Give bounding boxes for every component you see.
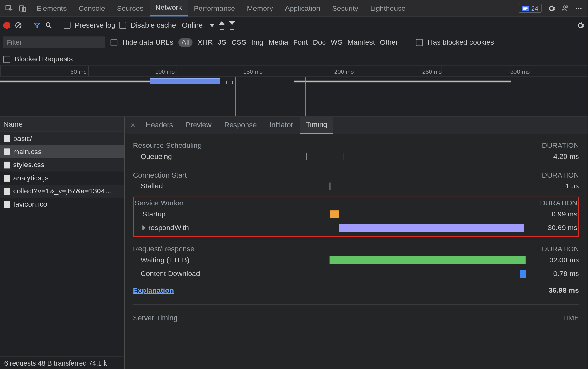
inspect-icon[interactable]	[5, 4, 13, 12]
tab-performance[interactable]: Performance	[188, 0, 241, 16]
svg-point-6	[576, 8, 577, 9]
tab-console[interactable]: Console	[73, 0, 111, 16]
detail-tab-response[interactable]: Response	[218, 117, 263, 134]
timing-row-startup: Startup 0.99 ms	[135, 208, 577, 221]
request-name: styles.css	[13, 161, 45, 169]
request-row[interactable]: styles.css	[0, 158, 124, 172]
total-duration: 36.98 ms	[548, 286, 579, 295]
tab-elements[interactable]: Elements	[31, 0, 73, 16]
filter-type-all[interactable]: All	[178, 38, 192, 47]
filter-type-ws[interactable]: WS	[331, 38, 342, 47]
tab-memory[interactable]: Memory	[241, 0, 279, 16]
detail-tab-timing[interactable]: Timing	[300, 117, 333, 134]
detail-tabstrip: × Headers Preview Response Initiator Tim…	[125, 117, 588, 134]
filter-icon[interactable]	[33, 22, 41, 29]
clear-icon[interactable]	[15, 22, 22, 29]
network-settings-icon[interactable]	[577, 22, 584, 29]
tick-label: 250 ms	[422, 68, 442, 75]
expand-icon[interactable]	[142, 225, 146, 230]
timing-row-respondwith[interactable]: respondWith 30.69 ms	[135, 221, 577, 235]
stalled-label: Stalled	[133, 182, 231, 191]
preserve-log-checkbox[interactable]	[64, 22, 70, 28]
chevron-down-icon	[210, 23, 215, 27]
time-heading: TIME	[562, 314, 579, 322]
blocked-requests-label: Blocked Requests	[15, 55, 73, 64]
timing-row-download: Content Download 0.78 ms	[133, 267, 579, 280]
tab-sources[interactable]: Sources	[111, 0, 149, 16]
detail-tab-preview[interactable]: Preview	[180, 117, 218, 134]
filter-type-font[interactable]: Font	[293, 38, 308, 47]
request-row[interactable]: main.css	[0, 145, 124, 159]
waiting-label: Waiting (TTFB)	[133, 256, 231, 265]
overview-timeline[interactable]: 50 ms 100 ms 150 ms 200 ms 250 ms 300 ms	[0, 66, 588, 117]
device-toggle-icon[interactable]	[19, 4, 26, 12]
file-icon	[4, 161, 10, 168]
network-toolbar: Preserve log Disable cache Online	[0, 17, 588, 34]
tab-network[interactable]: Network	[150, 0, 188, 16]
console-errors-badge[interactable]: 24	[519, 4, 542, 13]
queueing-value: 4.20 ms	[528, 152, 579, 161]
svg-point-10	[46, 22, 50, 26]
requests-header[interactable]: Name	[0, 117, 124, 132]
file-icon	[4, 148, 10, 155]
respondwith-label: respondWith	[135, 224, 232, 232]
tick-label: 50 ms	[70, 68, 86, 75]
file-icon	[4, 135, 10, 142]
disable-cache-checkbox[interactable]	[119, 22, 126, 28]
throttling-select[interactable]: Online	[182, 21, 214, 29]
request-name: analytics.js	[13, 174, 48, 182]
duration-heading: DURATION	[542, 141, 579, 150]
status-bar: 6 requests 48 B transferred 74.1 k	[0, 356, 124, 369]
startup-value: 0.99 ms	[526, 210, 577, 219]
request-name: favicon.ico	[13, 200, 48, 209]
stalled-value: 1 µs	[528, 182, 579, 191]
close-icon[interactable]: ×	[127, 121, 139, 130]
download-icon[interactable]	[229, 21, 235, 29]
svg-point-5	[566, 6, 568, 7]
request-name: main.css	[13, 147, 42, 156]
filter-type-other[interactable]: Other	[380, 38, 398, 47]
request-row[interactable]: favicon.ico	[0, 198, 124, 211]
request-name: basic/	[13, 134, 32, 143]
upload-icon[interactable]	[219, 21, 225, 29]
filter-type-media[interactable]: Media	[268, 38, 288, 47]
detail-tab-headers[interactable]: Headers	[140, 117, 179, 134]
devtools-tabstrip: Elements Console Sources Network Perform…	[0, 0, 588, 17]
account-icon[interactable]	[561, 4, 569, 12]
request-row[interactable]: collect?v=1&_v=j87&a=1304…	[0, 184, 124, 198]
request-list: basic/ main.css styles.css analytics.js …	[0, 132, 124, 356]
tab-lighthouse[interactable]: Lighthouse	[364, 0, 412, 16]
search-icon[interactable]	[45, 22, 53, 29]
blocked-cookies-checkbox[interactable]	[416, 39, 422, 46]
queueing-label: Queueing	[133, 152, 231, 161]
filter-type-css[interactable]: CSS	[231, 38, 246, 47]
tab-security[interactable]: Security	[326, 0, 364, 16]
request-row[interactable]: analytics.js	[0, 172, 124, 185]
filter-input[interactable]	[3, 36, 105, 48]
request-row[interactable]: basic/	[0, 132, 124, 145]
filter-type-img[interactable]: Img	[251, 38, 263, 47]
service-worker-heading: Service Worker	[135, 199, 184, 208]
blocked-requests-checkbox[interactable]	[3, 56, 10, 63]
tick-label: 100 ms	[155, 68, 175, 75]
service-worker-highlight: Service Worker DURATION Startup 0.99 ms …	[133, 197, 579, 237]
more-icon[interactable]	[575, 4, 582, 12]
explanation-link[interactable]: Explanation	[133, 286, 174, 295]
filter-type-js[interactable]: JS	[218, 38, 227, 47]
filter-type-doc[interactable]: Doc	[313, 38, 326, 47]
timing-row-waiting: Waiting (TTFB) 32.00 ms	[133, 253, 579, 267]
blocked-cookies-label: Has blocked cookies	[428, 38, 494, 47]
filter-type-xhr[interactable]: XHR	[197, 38, 213, 47]
timing-row-stalled: Stalled 1 µs	[133, 179, 579, 193]
download-value: 0.78 ms	[528, 270, 579, 278]
throttling-value: Online	[182, 21, 203, 29]
svg-point-8	[580, 8, 582, 9]
settings-icon[interactable]	[548, 4, 555, 12]
tab-application[interactable]: Application	[279, 0, 326, 16]
record-button[interactable]	[3, 22, 10, 28]
hide-data-urls-checkbox[interactable]	[111, 39, 117, 46]
filter-type-manifest[interactable]: Manifest	[348, 38, 375, 47]
respondwith-value: 30.69 ms	[526, 224, 577, 232]
detail-tab-initiator[interactable]: Initiator	[264, 117, 299, 134]
timing-panel: Resource Scheduling DURATION Queueing 4.…	[125, 134, 588, 369]
